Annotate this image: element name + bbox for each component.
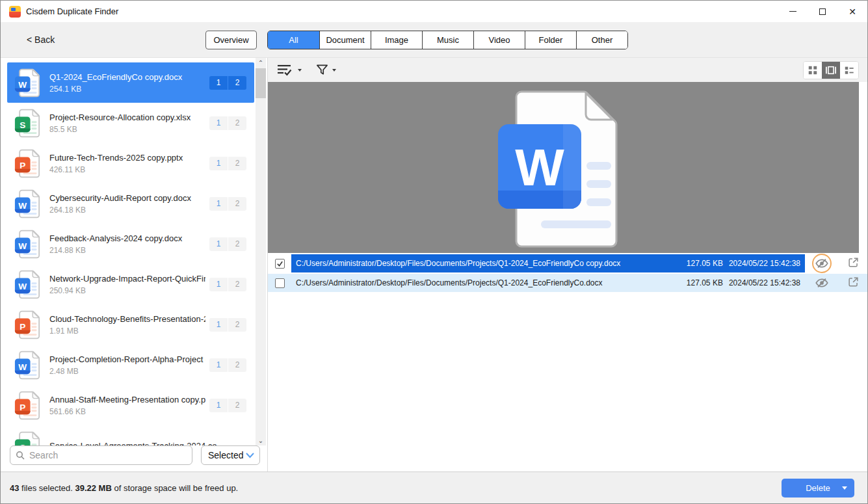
badge-1[interactable]: 1 [209, 358, 228, 372]
file-name: Feedback-Analysis-2024 copy.docx [49, 233, 205, 243]
open-cell [839, 276, 867, 291]
file-type-icon: W [14, 350, 40, 380]
duplicate-group-item[interactable]: P Annual-Staff-Meeting-Presentation copy… [7, 385, 254, 425]
summary-text-2: of storage space will be freed up. [112, 483, 238, 493]
sort-caret-icon [298, 69, 302, 73]
svg-text:W: W [515, 139, 564, 196]
category-tab[interactable]: Document [319, 31, 371, 49]
delete-button[interactable]: Delete [782, 479, 854, 497]
badge-1[interactable]: 1 [209, 76, 228, 90]
duplicate-group-item[interactable]: P Future-Tech-Trends-2025 copy.pptx 426.… [7, 143, 254, 183]
file-info: Cloud-Technology-Benefits-Presentation-2… [49, 314, 209, 336]
badge-1[interactable]: 1 [209, 116, 228, 130]
tab-label: All [289, 35, 298, 45]
svg-text:S: S [20, 120, 25, 129]
selected-filter-dropdown[interactable]: Selected [201, 445, 260, 465]
scrollbar-thumb[interactable] [256, 68, 266, 98]
minimize-icon [789, 11, 796, 12]
detail-panel: W C:/Users/Administrator/Desktop/Files/D… [267, 58, 867, 471]
badge-1[interactable]: 1 [209, 318, 228, 332]
badge-2[interactable]: 2 [228, 278, 246, 291]
duplicate-group-item[interactable]: W Project-Completion-Report-Alpha-Projec… [7, 345, 254, 385]
duplicate-group-item[interactable]: S Project-Resource-Allocation copy.xlsx … [7, 103, 254, 143]
file-size: 561.66 KB [49, 407, 205, 416]
file-size: 127.05 KB [687, 259, 723, 268]
badge-2[interactable]: 2 [228, 318, 246, 332]
selected-filter-value: Selected [208, 450, 246, 460]
file-type-icon: W [14, 68, 40, 98]
view-mode-toggle [803, 61, 859, 79]
copy-count-badges: 1 2 [209, 399, 246, 412]
file-checkbox[interactable] [275, 278, 285, 288]
category-tab[interactable]: Video [473, 31, 525, 49]
chevron-down-icon [246, 453, 254, 458]
file-info: Cybersecurity-Audit-Report copy.docx 264… [49, 193, 209, 215]
hide-preview-button[interactable] [812, 273, 832, 293]
category-tab[interactable]: All [268, 31, 319, 49]
scroll-up-icon[interactable]: ⌃ [256, 58, 266, 68]
list-view-button[interactable] [840, 62, 858, 79]
file-date: 2024/05/22 15:42:38 [729, 259, 800, 268]
badge-1[interactable]: 1 [209, 157, 228, 170]
hide-preview-button[interactable] [812, 254, 832, 273]
maximize-button[interactable] [808, 1, 837, 22]
category-tab[interactable]: Music [422, 31, 473, 49]
category-tab[interactable]: Image [371, 31, 422, 49]
search-box[interactable] [10, 445, 192, 465]
duplicate-group-item[interactable]: W Feedback-Analysis-2024 copy.docx 214.8… [7, 224, 254, 264]
preview-view-button[interactable] [822, 62, 840, 79]
svg-text:W: W [18, 241, 27, 250]
file-size: 214.88 KB [49, 246, 205, 255]
duplicate-group-item[interactable]: S Service-Level-Agreements-Tracking-2024… [7, 425, 254, 445]
file-path-bar[interactable]: C:/Users/Administrator/Desktop/Files/Doc… [291, 274, 805, 292]
tab-label: Image [385, 35, 408, 45]
duplicate-file-row[interactable]: C:/Users/Administrator/Desktop/Files/Doc… [268, 254, 867, 272]
file-info: Q1-2024_EcoFriendlyCo copy.docx 254.1 KB [49, 72, 209, 94]
back-chevron-icon: < [27, 34, 32, 45]
back-button[interactable]: < Back [27, 34, 55, 45]
file-name: Service-Level-Agreements-Tracking-2024 c… [49, 441, 250, 446]
badge-2[interactable]: 2 [228, 399, 246, 412]
file-size: 254.1 KB [49, 85, 205, 94]
overview-button[interactable]: Overview [205, 31, 257, 49]
badge-2[interactable]: 2 [228, 116, 246, 130]
duplicate-group-item[interactable]: W Q1-2024_EcoFriendlyCo copy.docx 254.1 … [7, 62, 254, 103]
delete-dropdown-caret-icon[interactable] [842, 486, 847, 492]
badge-1[interactable]: 1 [209, 399, 228, 412]
minimize-button[interactable] [778, 1, 808, 22]
badge-2[interactable]: 2 [228, 76, 246, 90]
duplicate-file-row[interactable]: C:/Users/Administrator/Desktop/Files/Doc… [268, 274, 867, 292]
sort-button[interactable] [277, 64, 302, 77]
open-file-location-button[interactable] [847, 276, 860, 291]
open-external-icon [847, 276, 860, 288]
filter-button[interactable] [316, 64, 336, 76]
search-input[interactable] [29, 450, 187, 460]
open-file-location-button[interactable] [847, 256, 860, 271]
file-type-icon: S [14, 431, 40, 446]
grid-view-button[interactable] [804, 62, 822, 79]
selection-summary: 43 files selected. 39.22 MB of storage s… [10, 483, 238, 493]
freed-size: 39.22 MB [75, 483, 111, 493]
badge-1[interactable]: 1 [209, 197, 228, 211]
duplicate-group-item[interactable]: W Network-Upgrade-Impact-Report-QuickFin… [7, 264, 254, 304]
scroll-down-icon[interactable]: ⌄ [256, 436, 266, 445]
file-path-bar[interactable]: C:/Users/Administrator/Desktop/Files/Doc… [291, 254, 805, 272]
category-tab[interactable]: Other [576, 31, 627, 49]
file-info: Future-Tech-Trends-2025 copy.pptx 426.11… [49, 153, 209, 174]
badge-1[interactable]: 1 [209, 278, 228, 291]
badge-1[interactable]: 1 [209, 237, 228, 251]
sidebar-scrollbar[interactable]: ⌃ ⌄ [256, 58, 266, 445]
duplicate-group-item[interactable]: P Cloud-Technology-Benefits-Presentation… [7, 304, 254, 345]
badge-2[interactable]: 2 [228, 197, 246, 211]
close-button[interactable]: ✕ [837, 1, 867, 22]
badge-2[interactable]: 2 [228, 358, 246, 372]
category-tab[interactable]: Folder [525, 31, 576, 49]
duplicate-group-item[interactable]: W Cybersecurity-Audit-Report copy.docx 2… [7, 183, 254, 224]
category-tabs: All Document Image Music Video Folder Ot… [267, 31, 628, 49]
file-checkbox[interactable] [275, 259, 285, 269]
file-name: Q1-2024_EcoFriendlyCo copy.docx [49, 72, 205, 82]
badge-2[interactable]: 2 [228, 157, 246, 170]
header-bar: < Back Overview All Document Image Music… [1, 22, 867, 58]
copy-count-badges: 1 2 [209, 197, 246, 211]
badge-2[interactable]: 2 [228, 237, 246, 251]
